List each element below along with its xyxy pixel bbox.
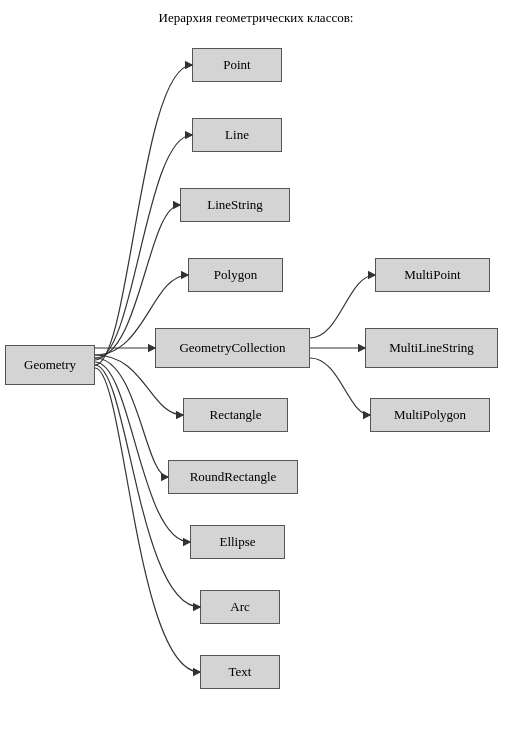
multipolygon-node: MultiPolygon xyxy=(370,398,490,432)
multipoint-node: MultiPoint xyxy=(375,258,490,292)
roundrectangle-node: RoundRectangle xyxy=(168,460,298,494)
page-title: Иерархия геометрических классов: xyxy=(159,10,354,26)
ellipse-node: Ellipse xyxy=(190,525,285,559)
multilinestring-node: MultiLineString xyxy=(365,328,498,368)
text-node: Text xyxy=(200,655,280,689)
line-node: Line xyxy=(192,118,282,152)
polygon-node: Polygon xyxy=(188,258,283,292)
linestring-node: LineString xyxy=(180,188,290,222)
rectangle-node: Rectangle xyxy=(183,398,288,432)
geometry-node: Geometry xyxy=(5,345,95,385)
point-node: Point xyxy=(192,48,282,82)
geometrycollection-node: GeometryCollection xyxy=(155,328,310,368)
arc-node: Arc xyxy=(200,590,280,624)
